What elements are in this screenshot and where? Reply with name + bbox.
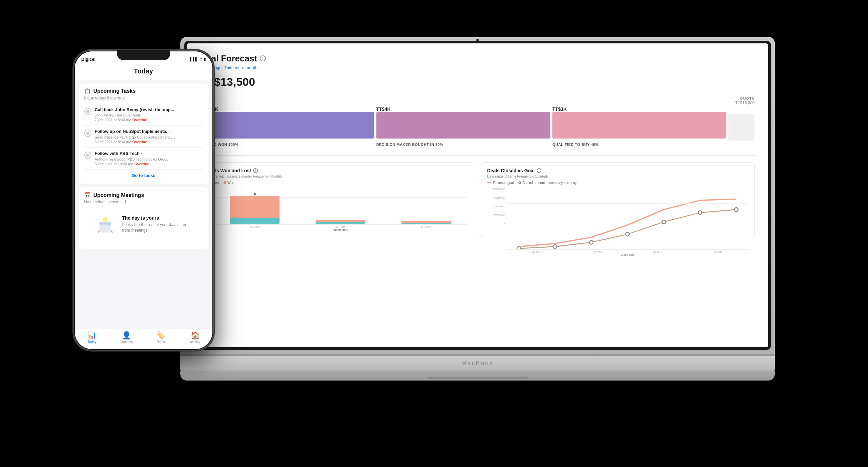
bar-amount-3: TT$3K: [552, 106, 726, 112]
carrier-label: Digicel: [82, 57, 96, 62]
chart2-meta: Date range: All time Frequency: Quarterl…: [487, 175, 748, 178]
x-label-nov: Nov 2019: [299, 226, 382, 228]
task-checkbox[interactable]: [84, 108, 92, 115]
charts-row: Deals Won and Lost i Date range: This en…: [200, 162, 755, 237]
chart2-x-labels: Q1 2018 Q3 2018 Q1 2019 Q3 2019: [507, 250, 748, 253]
chart1-info-icon[interactable]: i: [253, 168, 258, 173]
signal-icon: ▌▌▌: [190, 57, 198, 61]
laptop-camera: [476, 39, 479, 41]
task-contact: Anthony Yearwood, PBS Technologies Group: [95, 157, 203, 161]
quota-tag: QUOTA: [735, 97, 754, 100]
tab-contacts[interactable]: 👤 Contacts: [109, 332, 144, 344]
chart1-meta: Date range: This entire quarter Frequenc…: [207, 175, 468, 178]
day-is-yours-text: The day is yours Looks like the rest of …: [122, 215, 194, 233]
laptop-screen: Deal Forecast i Date range: This entire …: [187, 43, 768, 347]
meetings-title: Upcoming Meetings: [94, 192, 144, 198]
deals-tab-icon: 🏷️: [156, 332, 165, 339]
bar-remainder: [728, 114, 754, 140]
quota-amount: TT$16,000: [735, 100, 754, 105]
chart2-title: Deals Closed vs Goal: [487, 168, 535, 173]
task-title: Follow up on HubSpot Implementa...: [95, 129, 203, 135]
laptop-device: Deal Forecast i Date range: This entire …: [180, 37, 775, 437]
chart1-title-row: Deals Won and Lost i: [207, 168, 468, 173]
phone-device: Digicel ▌▌▌ ⊙ ▮ Today 📋: [73, 50, 214, 351]
task-date: 6 Oct 2021 at 8:30 AM Overdue: [95, 140, 203, 144]
open-bar-oct: [230, 218, 280, 224]
chart2-info-icon[interactable]: i: [537, 168, 541, 173]
y-label: TT$50,000: [487, 214, 505, 216]
bar-group-2: TT$4K DECISION MAKER BOUGHT-IN 80%: [376, 106, 550, 147]
dashboard-title-row: Deal Forecast i: [200, 54, 755, 64]
y-label: 0: [487, 223, 505, 225]
chart-deals-won-lost: Deals Won and Lost i Date range: This en…: [200, 162, 474, 237]
laptop-base: MacBook: [180, 354, 775, 370]
legend-won: Won: [223, 181, 234, 185]
won-bar-oct: [230, 196, 280, 218]
task-item[interactable]: Follow with PBS Tech • Anthony Yearwood,…: [84, 147, 203, 170]
bar-fill-3: [552, 112, 726, 138]
tasks-subtitle: 0 due today, 8 overdue: [84, 96, 203, 100]
y-label: TT$100,000: [487, 205, 505, 208]
upcoming-tasks-section: 📋 Upcoming Tasks 0 due today, 8 overdue …: [79, 84, 208, 184]
task-contact: Sean Patience +1, Cargo Consolidators Ag…: [95, 135, 203, 139]
phone-screen: Digicel ▌▌▌ ⊙ ▮ Today 📋: [75, 52, 212, 349]
svg-rect-2: [99, 222, 112, 225]
tab-today[interactable]: 📊 Today: [75, 332, 109, 344]
bar-fill-2: [376, 112, 550, 138]
x-label-q3-2018: Q3 2018: [567, 251, 627, 253]
bar-fill-1: [200, 112, 374, 138]
quota-label-row: QUOTA TT$16,000: [200, 97, 755, 105]
revenue-line-icon: [487, 182, 491, 183]
quota-info: QUOTA TT$16,000: [735, 97, 754, 105]
scene: Digicel ▌▌▌ ⊙ ▮ Today 📋: [67, 17, 802, 451]
bar-label-2: DECISION MAKER BOUGHT-IN 80%: [376, 141, 550, 147]
revenue-label: Revenue goal: [493, 181, 514, 185]
tab-deals[interactable]: 🏷️ Deals: [144, 332, 178, 344]
today-tab-icon: 📊: [88, 332, 96, 339]
info-icon[interactable]: i: [260, 56, 266, 61]
task-title: Call back John Remy (revisit the opp...: [95, 107, 203, 113]
macbook-label: MacBook: [461, 360, 493, 367]
phone-content[interactable]: 📋 Upcoming Tasks 0 due today, 8 overdue …: [75, 80, 212, 329]
laptop-lid: Deal Forecast i Date range: This entire …: [180, 37, 775, 354]
forecast-amount: TT$13,500: [200, 75, 755, 89]
task-date: 5 Oct 2021 at 10:30 AM Overdue: [95, 162, 203, 166]
day-is-yours-body: Looks like the rest of your day is free …: [122, 222, 194, 233]
dashboard: Deal Forecast i Date range: This entire …: [187, 43, 768, 347]
phone-notch: [117, 50, 170, 60]
tab-activity[interactable]: 🏠 Activity: [178, 332, 212, 344]
wifi-icon: ⊙: [199, 57, 203, 61]
task-title: Follow with PBS Tech •: [95, 151, 203, 157]
x-label-dec: Dec 2019: [385, 226, 468, 228]
day-is-yours-section: The day is yours Looks like the rest of …: [88, 208, 199, 241]
bar-oct-stack: [230, 193, 280, 224]
chart2-svg-wrap: [507, 188, 748, 250]
calendar-meeting-icon: 📅: [84, 192, 91, 198]
bar-amount-1: TT$6.5K: [200, 106, 374, 112]
task-item[interactable]: Follow up on HubSpot Implementa... Sean …: [84, 126, 203, 147]
contacts-tab-label: Contacts: [120, 340, 132, 344]
trackpad-notch: [428, 377, 528, 378]
chart1-legend: Open Won: [207, 181, 468, 185]
chart1-bars: Oct 2019 Nov 2019 Dec 2019 Create date: [213, 188, 468, 231]
chart2-grid: [507, 188, 748, 250]
y-label: TT$150,000: [487, 197, 505, 199]
chart-deals-closed-goal: Deals Closed vs Goal i Date range: All t…: [481, 162, 755, 237]
chart2-chart: Q1 2018 Q3 2018 Q1 2019 Q3 2019 Close da…: [507, 188, 748, 231]
bar-label-text-2: DECISION MAKER BOUGHT-IN 80%: [376, 142, 443, 146]
go-to-tasks-link[interactable]: Go to tasks: [84, 170, 203, 179]
closed-dot-icon: [518, 181, 521, 184]
overdue-badge: Overdue: [132, 118, 147, 122]
overdue-badge: Overdue: [134, 162, 149, 166]
chart2-title-row: Deals Closed vs Goal i: [487, 168, 748, 173]
activity-tab-icon: 🏠: [191, 332, 200, 339]
bar-group-3: TT$3K QUALIFIED TO BUY 40%: [552, 106, 726, 147]
task-checkbox[interactable]: [84, 152, 92, 159]
contacts-tab-icon: 👤: [122, 332, 131, 339]
chart2-area: TT$200,000 TT$150,000 TT$100,000 TT$50,0…: [487, 188, 748, 231]
forecast-bars-section: QUOTA TT$16,000 TT$6.5K: [200, 97, 755, 147]
task-item[interactable]: Call back John Remy (revisit the opp... …: [84, 104, 203, 126]
upcoming-meetings-section: 📅 Upcoming Meetings No meetings schedule…: [79, 187, 208, 249]
won-dot: [223, 181, 226, 184]
task-checkbox[interactable]: [84, 130, 92, 137]
